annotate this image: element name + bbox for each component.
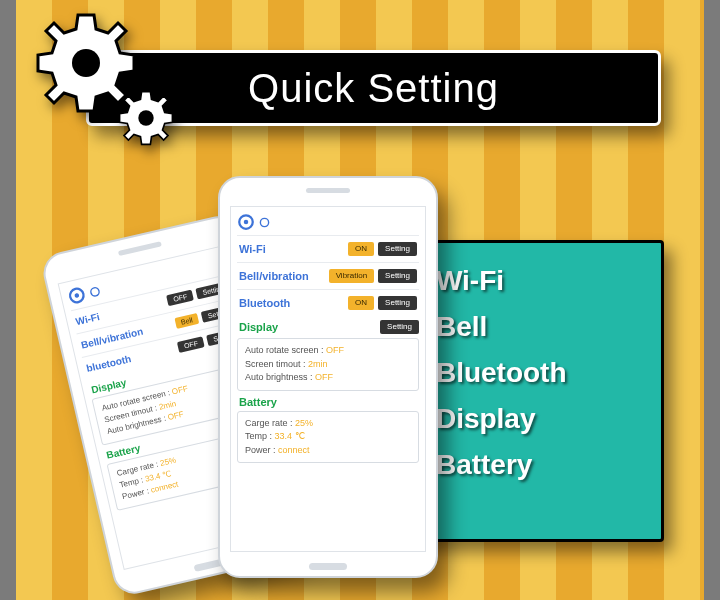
title-text: Quick Setting bbox=[248, 66, 499, 111]
svg-point-0 bbox=[72, 49, 100, 77]
label-bell: Bell/vibration bbox=[239, 270, 309, 282]
svg-point-6 bbox=[244, 220, 249, 225]
row-bluetooth: Bluetooth ON Setting bbox=[237, 289, 419, 316]
feature-item: *Bell bbox=[425, 311, 643, 343]
label-bluetooth: bluetooth bbox=[85, 353, 132, 374]
wifi-toggle[interactable]: OFF bbox=[166, 290, 194, 307]
gear-icon bbox=[88, 285, 101, 298]
gear-icon bbox=[259, 217, 270, 228]
feature-item: *Display bbox=[425, 403, 643, 435]
label-wifi: Wi-Fi bbox=[75, 311, 101, 327]
label-bluetooth: Bluetooth bbox=[239, 297, 290, 309]
bell-mode[interactable]: Bell bbox=[174, 313, 200, 329]
label-wifi: Wi-Fi bbox=[239, 243, 266, 255]
svg-point-7 bbox=[260, 218, 268, 226]
section-display: Display bbox=[239, 321, 278, 333]
wifi-setting[interactable]: Setting bbox=[378, 242, 417, 256]
gear-icon bbox=[237, 213, 255, 231]
bluetooth-toggle[interactable]: OFF bbox=[177, 336, 205, 353]
bell-mode[interactable]: Vibration bbox=[329, 269, 374, 283]
svg-point-3 bbox=[74, 293, 79, 298]
bluetooth-toggle[interactable]: ON bbox=[348, 296, 374, 310]
feature-panel: *Wi-Fi *Bell *Bluetooth *Display *Batter… bbox=[404, 240, 664, 542]
svg-point-1 bbox=[138, 110, 153, 125]
feature-item: *Bluetooth bbox=[425, 357, 643, 389]
bell-setting[interactable]: Setting bbox=[378, 269, 417, 283]
svg-point-4 bbox=[90, 286, 100, 296]
wifi-toggle[interactable]: ON bbox=[348, 242, 374, 256]
phone-speaker bbox=[306, 188, 350, 193]
gear-decoration bbox=[28, 8, 188, 158]
battery-details: Carge rate : 25% Temp : 33.4 ℃ Power : c… bbox=[237, 411, 419, 464]
phone-screen: Wi-Fi ON Setting Bell/vibration Vibratio… bbox=[230, 206, 426, 552]
phone-mock-front: Wi-Fi ON Setting Bell/vibration Vibratio… bbox=[218, 176, 438, 578]
feature-item: *Battery bbox=[425, 449, 643, 481]
section-battery: Battery bbox=[239, 396, 419, 408]
display-details: Auto rotate screen : OFF Screen timout :… bbox=[237, 338, 419, 391]
phone-home bbox=[309, 563, 347, 570]
phone-speaker bbox=[118, 241, 162, 256]
gear-icon bbox=[28, 8, 188, 158]
display-setting[interactable]: Setting bbox=[380, 320, 419, 334]
row-wifi: Wi-Fi ON Setting bbox=[237, 235, 419, 262]
feature-item: *Wi-Fi bbox=[425, 265, 643, 297]
bluetooth-setting[interactable]: Setting bbox=[378, 296, 417, 310]
promo-stage: Quick Setting *Wi-Fi *Bell *Bluetooth *D… bbox=[0, 0, 720, 600]
row-bell: Bell/vibration Vibration Setting bbox=[237, 262, 419, 289]
gear-icon bbox=[66, 285, 88, 307]
app-header-icon bbox=[237, 213, 419, 231]
